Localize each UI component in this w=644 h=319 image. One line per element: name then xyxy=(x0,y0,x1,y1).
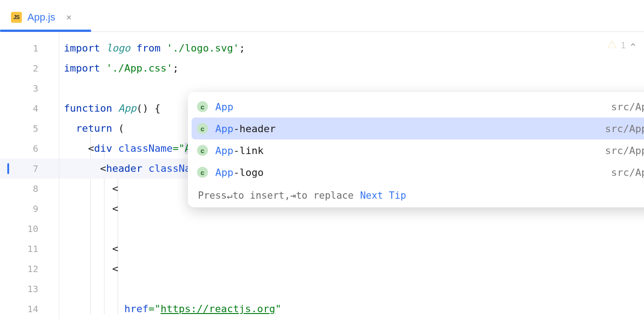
class-icon: c xyxy=(197,145,208,156)
code-line[interactable]: import './App.css'; xyxy=(59,58,644,78)
class-icon: c xyxy=(197,123,208,134)
class-icon: c xyxy=(197,101,208,112)
code-line[interactable]: < xyxy=(59,259,644,279)
completion-item[interactable]: cApp-linksrc/App.css:27 xyxy=(192,139,644,161)
editor-area: 1234567891011121314 import logo from './… xyxy=(0,32,644,319)
line-number[interactable]: 8 xyxy=(0,179,59,199)
line-number[interactable]: 3 xyxy=(0,78,59,98)
code-line[interactable]: import logo from './logo.svg'; xyxy=(59,38,644,58)
line-number[interactable]: 12 xyxy=(0,259,59,279)
tab-filename: App.js xyxy=(27,11,55,23)
line-number[interactable]: 13 xyxy=(0,279,59,299)
completion-label: App-link xyxy=(215,145,264,156)
code-line[interactable] xyxy=(59,279,644,299)
line-number[interactable]: 14 xyxy=(0,299,59,319)
footer-text: Press xyxy=(198,190,227,201)
close-icon[interactable]: × xyxy=(66,12,72,23)
enter-key-icon: ↵ xyxy=(227,190,233,201)
line-number[interactable]: 4 xyxy=(0,98,59,118)
editor-tab[interactable]: JS App.js × xyxy=(0,3,80,31)
line-gutter: 1234567891011121314 xyxy=(0,32,59,319)
next-tip-link[interactable]: Next Tip xyxy=(360,190,406,201)
js-file-icon: JS xyxy=(11,12,22,23)
completion-item[interactable]: cApp-headersrc/App.css:16 xyxy=(192,118,644,139)
completion-label: App-logo xyxy=(215,167,264,178)
completion-source: src/App.css:1 xyxy=(611,101,644,113)
completion-item[interactable]: cAppsrc/App.css:1 xyxy=(192,96,644,118)
line-number[interactable]: 9 xyxy=(0,199,59,219)
code-completion-popup: cAppsrc/App.css:1cApp-headersrc/App.css:… xyxy=(188,92,644,207)
line-number[interactable]: 1 xyxy=(0,38,59,58)
completion-label: App xyxy=(215,101,234,113)
completion-source: src/App.css:27 xyxy=(605,145,644,156)
footer-text: to replace xyxy=(296,190,353,201)
line-number[interactable]: 5 xyxy=(0,118,59,139)
completion-source: src/App.css:5 xyxy=(611,167,644,178)
tab-key-icon: ⇥ xyxy=(290,190,296,201)
line-number[interactable]: 10 xyxy=(0,219,59,239)
line-number[interactable]: 11 xyxy=(0,239,59,259)
code-content[interactable]: import logo from './logo.svg'; import '.… xyxy=(59,32,644,319)
line-number[interactable]: 2 xyxy=(0,58,59,78)
completion-list: cAppsrc/App.css:1cApp-headersrc/App.css:… xyxy=(188,92,644,185)
code-line[interactable] xyxy=(59,219,644,239)
tab-bar: JS App.js × xyxy=(0,0,644,32)
footer-text: to insert, xyxy=(233,190,290,201)
completion-item[interactable]: cApp-logosrc/App.css:5 xyxy=(192,161,644,183)
line-number[interactable]: 6 xyxy=(0,139,59,159)
code-line[interactable]: < xyxy=(59,239,644,259)
completion-label: App-header xyxy=(215,123,275,134)
code-line[interactable]: href="https://reactjs.org" xyxy=(59,299,644,319)
class-icon: c xyxy=(197,167,208,178)
line-number[interactable]: 7 xyxy=(0,159,59,179)
completion-source: src/App.css:16 xyxy=(605,123,644,134)
completion-footer: Press ↵ to insert, ⇥ to replace Next Tip… xyxy=(188,185,644,207)
